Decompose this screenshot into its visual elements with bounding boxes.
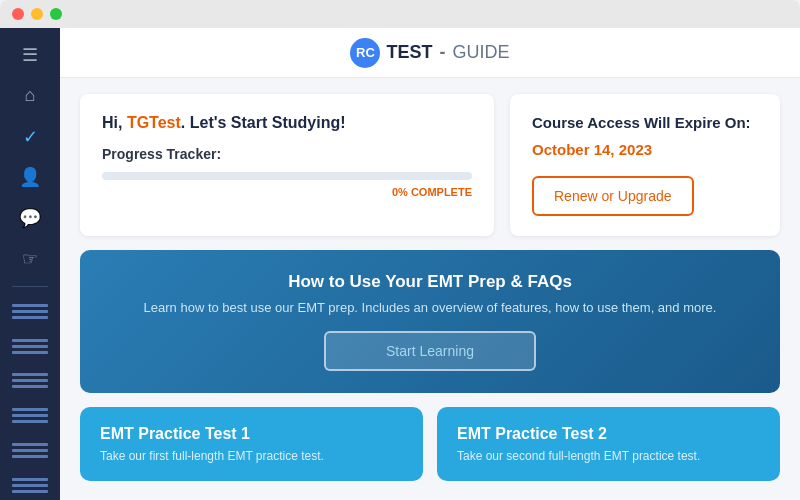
progress-bar: [102, 172, 472, 180]
renew-upgrade-button[interactable]: Renew or Upgrade: [532, 176, 694, 216]
practice-card-2[interactable]: EMT Practice Test 2 Take our second full…: [437, 407, 780, 481]
sidebar-list-item-2[interactable]: [12, 332, 48, 361]
sidebar-user-icon[interactable]: 👤: [10, 160, 50, 195]
practice-card-2-title: EMT Practice Test 2: [457, 425, 760, 443]
sidebar-list-item-3[interactable]: [12, 367, 48, 396]
content-area: RC TEST - GUIDE Hi, TGTest. Let's Start …: [60, 28, 800, 500]
expiry-date: October 14, 2023: [532, 141, 758, 158]
cards-row: Hi, TGTest. Let's Start Studying! Progre…: [80, 94, 780, 236]
greeting-prefix: Hi,: [102, 114, 127, 131]
practice-card-1-desc: Take our first full-length EMT practice …: [100, 449, 403, 463]
sidebar-check-icon[interactable]: ✓: [10, 119, 50, 154]
practice-card-1[interactable]: EMT Practice Test 1 Take our first full-…: [80, 407, 423, 481]
progress-percentage: 0% COMPLETE: [102, 186, 472, 198]
maximize-dot[interactable]: [50, 8, 62, 20]
logo-icon: RC: [350, 38, 380, 68]
sidebar-hamburger-icon[interactable]: ☰: [10, 38, 50, 73]
welcome-card: Hi, TGTest. Let's Start Studying! Progre…: [80, 94, 494, 236]
username: TGTest: [127, 114, 181, 131]
start-learning-button[interactable]: Start Learning: [324, 331, 536, 371]
sidebar-list-item-6[interactable]: [12, 471, 48, 500]
logo-dash: -: [440, 42, 446, 63]
app-container: ☰ ⌂ ✓ 👤 💬 ☞ RC TEST: [0, 28, 800, 500]
logo-light-text: GUIDE: [453, 42, 510, 63]
faq-banner: How to Use Your EMT Prep & FAQs Learn ho…: [80, 250, 780, 393]
expiry-card: Course Access Will Expire On: October 14…: [510, 94, 780, 236]
greeting-suffix: . Let's Start Studying!: [181, 114, 346, 131]
faq-description: Learn how to best use our EMT prep. Incl…: [144, 300, 717, 315]
window-bar: [0, 0, 800, 28]
main-content: Hi, TGTest. Let's Start Studying! Progre…: [60, 78, 800, 500]
sidebar-divider: [12, 286, 48, 287]
logo: RC TEST - GUIDE: [350, 38, 509, 68]
logo-bold-text: TEST: [386, 42, 432, 63]
sidebar-list-item-1[interactable]: [12, 297, 48, 326]
minimize-dot[interactable]: [31, 8, 43, 20]
practice-card-2-desc: Take our second full-length EMT practice…: [457, 449, 760, 463]
progress-label: Progress Tracker:: [102, 146, 472, 162]
welcome-title: Hi, TGTest. Let's Start Studying!: [102, 114, 472, 132]
top-header: RC TEST - GUIDE: [60, 28, 800, 78]
sidebar-home-icon[interactable]: ⌂: [10, 79, 50, 114]
sidebar-list-item-5[interactable]: [12, 436, 48, 465]
sidebar-pointer-icon[interactable]: ☞: [10, 241, 50, 276]
practice-card-1-title: EMT Practice Test 1: [100, 425, 403, 443]
sidebar-list-item-4[interactable]: [12, 401, 48, 430]
faq-title: How to Use Your EMT Prep & FAQs: [288, 272, 572, 292]
practice-row: EMT Practice Test 1 Take our first full-…: [80, 407, 780, 481]
expiry-title: Course Access Will Expire On:: [532, 114, 758, 131]
sidebar: ☰ ⌂ ✓ 👤 💬 ☞: [0, 28, 60, 500]
close-dot[interactable]: [12, 8, 24, 20]
sidebar-chat-icon[interactable]: 💬: [10, 201, 50, 236]
